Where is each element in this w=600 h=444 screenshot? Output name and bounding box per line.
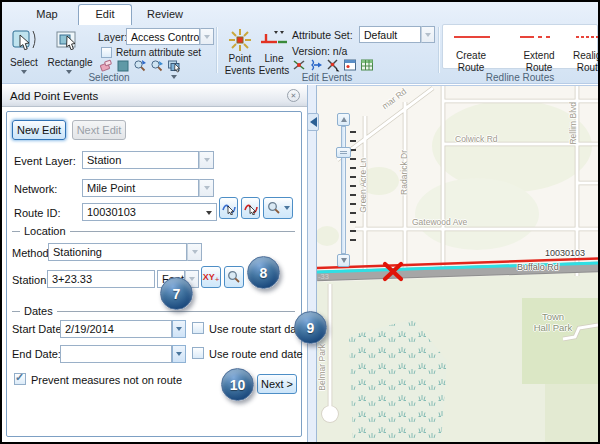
dates-section-legend: Dates <box>12 305 295 317</box>
route-id-combo-arrow[interactable] <box>206 211 212 215</box>
method-combo-arrow[interactable] <box>187 243 202 261</box>
start-date-input[interactable]: 2/19/2014 <box>60 320 172 338</box>
method-combo[interactable]: Stationing <box>48 243 187 261</box>
route-search-dropdown-icon[interactable] <box>284 206 290 210</box>
event-layer-combo[interactable]: Station <box>82 151 199 169</box>
next-button[interactable]: Next > <box>257 374 297 394</box>
street-label-belmar-park: Belmar Park <box>317 344 327 391</box>
collapse-arrow-icon <box>310 117 317 127</box>
route-search-button[interactable] <box>263 197 293 219</box>
zoom-to-selected-icon[interactable] <box>133 59 147 73</box>
zoom-in-button[interactable] <box>337 113 350 126</box>
zoom-out-button[interactable] <box>337 254 350 267</box>
street-label-green-acre: Green Acre Ln <box>358 158 368 213</box>
attribute-set-combo-arrow[interactable] <box>421 26 435 43</box>
selection-group-label: Selection <box>2 72 216 83</box>
redline-routes-group-label: Redline Routes <box>442 72 598 83</box>
tab-edit[interactable]: Edit <box>78 4 132 25</box>
select-route-on-map-button[interactable] <box>219 197 238 219</box>
method-label: Method: <box>12 247 52 259</box>
select-tool-icon[interactable] <box>10 28 38 54</box>
station-input[interactable]: 3+23.33 <box>47 270 155 288</box>
map-view[interactable]: mar Rd Colwick Rd Rellim Blvd Radarick D… <box>317 85 598 442</box>
extend-route-button[interactable]: Extend Route <box>510 50 568 73</box>
layer-combo[interactable]: Access Control <box>126 28 200 45</box>
location-section-legend: Location <box>12 225 295 237</box>
create-route-icon[interactable] <box>454 36 490 38</box>
prevent-measures-label: Prevent measures not on route <box>31 374 182 386</box>
route-id-label: Route ID: <box>14 207 60 219</box>
use-route-start-checkbox[interactable] <box>192 322 204 334</box>
zoom-slider-handle[interactable] <box>336 147 351 158</box>
selection-options-icon[interactable] <box>167 59 181 73</box>
prevent-measures-checkbox[interactable]: ✓ <box>14 373 26 385</box>
attribute-set-label: Attribute Set: <box>292 29 353 41</box>
split-event-icon[interactable] <box>292 58 306 72</box>
select-tool-label[interactable]: Select <box>4 57 44 69</box>
street-label-colwick: Colwick Rd <box>455 134 498 144</box>
end-date-input[interactable] <box>60 345 172 363</box>
street-label-buffalo: Buffalo Rd <box>517 262 559 272</box>
use-route-end-checkbox[interactable] <box>192 347 204 359</box>
street-label-gatewood: Gatewood Ave <box>412 217 467 227</box>
group-separator <box>438 27 439 73</box>
tab-review[interactable]: Review <box>136 5 194 24</box>
route-id-value: 10030103 <box>87 206 136 218</box>
network-label: Network: <box>14 183 57 195</box>
use-route-end-label: Use route end date <box>209 348 303 360</box>
event-layer-label: Event Layer: <box>14 155 76 167</box>
new-edit-button[interactable]: New Edit <box>12 120 66 140</box>
realign-route-button[interactable]: Realign Route <box>569 50 600 73</box>
pan-to-selected-icon[interactable] <box>150 59 164 73</box>
move-event-icon[interactable] <box>326 58 340 72</box>
use-route-start-label: Use route start date <box>209 323 306 335</box>
return-attribute-checkbox[interactable] <box>101 47 112 58</box>
zoom-slider-track[interactable] <box>341 126 346 254</box>
rectangle-tool-icon[interactable] <box>54 28 82 54</box>
callout-10: 10 <box>221 368 254 401</box>
route-id-combo[interactable]: 10030103 <box>82 203 217 221</box>
event-layer-combo-arrow[interactable] <box>199 151 214 169</box>
clear-selection-icon[interactable] <box>99 59 113 73</box>
clear-route-selection-button[interactable] <box>241 197 260 219</box>
start-date-label: Start Date: <box>12 323 65 335</box>
street-label-rellim: Rellim Blvd <box>568 102 578 145</box>
merge-event-icon[interactable] <box>309 58 323 72</box>
point-events-icon[interactable] <box>228 28 252 52</box>
panel-title: Add Point Events <box>2 85 307 107</box>
station-search-button[interactable] <box>224 266 244 288</box>
return-attribute-label: Return attribute set <box>116 47 201 58</box>
close-icon[interactable]: ✕ <box>287 89 300 102</box>
next-edit-button[interactable]: Next Edit <box>72 120 126 140</box>
network-combo-arrow[interactable] <box>199 179 214 197</box>
extend-route-icon[interactable] <box>520 36 560 38</box>
app-window: Map Edit Review Select Rectangle Layer: … <box>0 0 600 444</box>
tab-map[interactable]: Map <box>20 5 74 24</box>
end-date-label: End Date: <box>12 348 61 360</box>
realign-route-icon[interactable] <box>576 36 600 38</box>
town-hall-park-label: Town Hall Park <box>533 311 573 334</box>
create-route-button[interactable]: Create Route <box>442 50 500 73</box>
callout-9: 9 <box>294 311 327 344</box>
line-events-icon[interactable] <box>260 30 288 50</box>
start-date-combo-arrow[interactable] <box>172 320 186 338</box>
ribbon: Map Edit Review Select Rectangle Layer: … <box>2 2 598 84</box>
version-label: Version: n/a <box>292 45 347 57</box>
event-attributes-window-icon[interactable] <box>343 58 357 72</box>
route-number-label: 10030103 <box>545 248 585 258</box>
selection-rectangle-icon[interactable] <box>116 59 130 73</box>
layer-label: Layer: <box>98 31 127 43</box>
collapse-panel-button[interactable] <box>307 113 319 131</box>
rectangle-tool-label[interactable]: Rectangle <box>44 57 96 69</box>
end-date-combo-arrow[interactable] <box>172 345 186 363</box>
station-label: Station: <box>12 274 49 286</box>
event-table-icon[interactable] <box>360 58 374 72</box>
layer-combo-arrow[interactable] <box>200 28 214 45</box>
group-separator <box>216 27 217 73</box>
xy-coordinates-button[interactable]: XY+ <box>201 266 221 288</box>
panel-splitter[interactable] <box>307 85 317 442</box>
network-combo[interactable]: Mile Point <box>82 179 199 197</box>
station-offset-label: -33 <box>318 272 329 281</box>
attribute-set-combo[interactable]: Default <box>359 26 421 43</box>
callout-7: 7 <box>160 277 193 310</box>
